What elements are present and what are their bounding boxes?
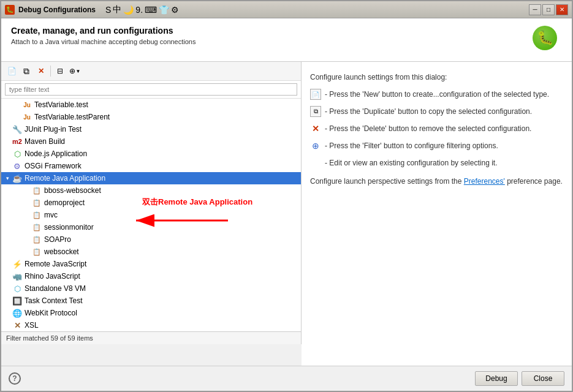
help-button[interactable]: ? <box>9 372 21 385</box>
list-item[interactable]: 📋 demoproject <box>1 197 301 209</box>
left-panel: 📄 ⧉ ✕ ⊟ ⊕ ▼ <box>1 62 302 344</box>
help-item-new: 📄 - Press the 'New' button to create...c… <box>310 89 563 100</box>
duplicate-configuration-button[interactable]: ⧉ <box>20 64 33 78</box>
help-text-delete: - Press the 'Delete' button to remove th… <box>325 123 531 134</box>
filter-status-text: Filter matched 59 of 59 items <box>6 334 93 342</box>
help-item-filter: ⊕ - Press the 'Filter' button to configu… <box>310 140 563 151</box>
duplicate-icon: ⧉ <box>23 66 29 77</box>
right-panel-intro: Configure launch settings from this dial… <box>310 72 563 83</box>
perspective-suffix: preference page. <box>507 177 563 186</box>
toolbar-separator <box>50 66 51 77</box>
toggle-icon <box>4 260 11 268</box>
list-item[interactable]: 🔧 JUnit Plug-in Test <box>1 123 301 135</box>
file-icon: 📋 <box>32 186 42 195</box>
toggle-icon <box>13 113 21 121</box>
item-label: Rhino JavaScript <box>25 272 80 281</box>
left-panel-wrapper: 📄 ⧉ ✕ ⊟ ⊕ ▼ <box>1 62 302 366</box>
item-label: Maven Build <box>25 137 65 146</box>
item-label: TestVariable.testParent <box>34 113 110 121</box>
item-label: JUnit Plug-in Test <box>25 125 82 134</box>
toggle-icon <box>4 126 11 133</box>
list-item[interactable]: 📋 bboss-websocket <box>1 184 301 197</box>
toggle-icon <box>23 236 31 243</box>
perspective-text: Configure launch perspective settings fr… <box>310 176 563 187</box>
remote-java-application-item[interactable]: ▾ ☕ Remote Java Application <box>1 172 301 184</box>
list-item[interactable]: 📋 SOAPro <box>1 233 301 246</box>
toggle-icon <box>4 150 11 157</box>
toggle-icon: ▾ <box>4 175 11 182</box>
toggle-icon <box>4 297 11 304</box>
toggle-icon <box>4 162 11 170</box>
title-bar-controls: ─ □ ✕ <box>529 4 568 15</box>
new-configuration-button[interactable]: 📄 <box>5 64 18 78</box>
toggle-icon <box>13 101 21 108</box>
item-label: XSL <box>25 321 39 330</box>
list-item[interactable]: ✕ XSL <box>1 319 301 331</box>
debug-button[interactable]: Debug <box>475 371 518 386</box>
list-item[interactable]: 📋 mvc <box>1 209 301 221</box>
delete-button-icon: ✕ <box>310 123 321 134</box>
item-label: WebKit Protocol <box>25 309 77 317</box>
window-title: Debug Configurations <box>18 6 96 14</box>
list-item[interactable]: 📋 websocket <box>1 246 301 258</box>
filter-input-container <box>1 81 301 99</box>
list-item[interactable]: 📋 sessionmonitor <box>1 221 301 233</box>
window-icon: 🐛 <box>5 5 15 15</box>
bug-icon: 🐛 <box>533 26 562 55</box>
list-item[interactable]: ⚙ OSGi Framework <box>1 160 301 172</box>
item-label: bboss-websocket <box>44 186 101 195</box>
footer-left: ? <box>9 372 21 385</box>
toggle-icon <box>4 309 11 317</box>
taskbar-icon-3: 🌙 <box>123 5 134 15</box>
taskbar-icons: S 中 🌙 9. ⌨ 👕 ⚙ <box>105 4 179 15</box>
close-window-button[interactable]: ✕ <box>556 4 568 15</box>
taskbar-icon-1: S <box>105 5 111 15</box>
delete-icon: ✕ <box>38 67 44 75</box>
new-config-icon: 📄 <box>7 67 17 75</box>
remote-java-icon: ☕ <box>12 173 22 183</box>
item-label: TestVariable.test <box>34 100 88 109</box>
bug-graphic: 🐛 <box>533 26 557 50</box>
close-button[interactable]: Close <box>522 371 564 386</box>
help-text-duplicate: - Press the 'Duplicate' button to copy t… <box>325 106 532 117</box>
toggle-icon <box>4 138 11 145</box>
minimize-button[interactable]: ─ <box>529 4 541 15</box>
maximize-button[interactable]: □ <box>542 4 555 15</box>
header-title: Create, manage, and run configurations <box>11 26 195 36</box>
toggle-icon <box>23 199 31 206</box>
list-item[interactable]: 🌐 WebKit Protocol <box>1 307 301 319</box>
item-label: SOAPro <box>44 235 71 244</box>
collapse-all-button[interactable]: ⊟ <box>53 64 67 78</box>
junit-icon: Ju <box>22 112 32 122</box>
toggle-icon <box>23 211 31 219</box>
rhino-icon: 🦏 <box>12 271 22 281</box>
list-item[interactable]: ⬡ Standalone V8 VM <box>1 282 301 295</box>
list-item[interactable]: ⬡ Node.js Application <box>1 148 301 160</box>
debug-configurations-window: 🐛 Debug Configurations S 中 🌙 9. ⌨ 👕 ⚙ ─ … <box>0 0 573 392</box>
list-item[interactable]: Ju TestVariable.testParent <box>1 111 301 123</box>
help-text-new: - Press the 'New' button to create...con… <box>325 89 549 100</box>
list-item[interactable]: 🦏 Rhino JavaScript <box>1 270 301 282</box>
filter-input[interactable] <box>5 83 297 96</box>
help-text-edit: - Edit or view an existing configuration… <box>325 157 497 168</box>
item-label: Remote Java Application <box>25 174 105 183</box>
duplicate-button-icon: ⧉ <box>310 106 321 117</box>
list-item[interactable]: m2 Maven Build <box>1 135 301 148</box>
perspectives-link[interactable]: Preferences' <box>464 177 505 186</box>
delete-configuration-button[interactable]: ✕ <box>34 64 48 78</box>
toggle-icon <box>4 322 11 329</box>
configurations-toolbar: 📄 ⧉ ✕ ⊟ ⊕ ▼ <box>1 62 301 81</box>
file-icon: 📋 <box>32 235 42 244</box>
item-label: mvc <box>44 211 58 219</box>
header-subtitle: Attach to a Java virtual machine accepti… <box>11 38 195 45</box>
task-context-test-item[interactable]: 🔲 Task Context Test <box>1 295 301 307</box>
filter-button[interactable]: ⊕ ▼ <box>68 64 82 78</box>
configuration-tree: Ju TestVariable.test Ju TestVariable.tes… <box>1 99 301 331</box>
header-text: Create, manage, and run configurations A… <box>11 26 195 45</box>
footer: ? Debug Close <box>1 366 572 391</box>
taskbar-icon-2: 中 <box>113 4 121 15</box>
list-item[interactable]: Ju TestVariable.test <box>1 99 301 111</box>
new-button-icon: 📄 <box>310 89 321 100</box>
xsl-icon: ✕ <box>12 320 22 330</box>
list-item[interactable]: ⚡ Remote JavaScript <box>1 258 301 270</box>
